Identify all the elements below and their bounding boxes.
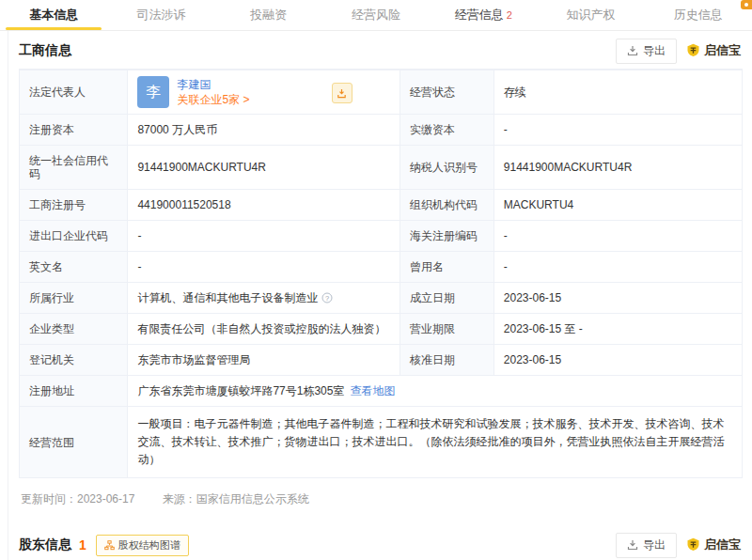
- field-label: 海关注册编码: [400, 220, 494, 251]
- field-label: 纳税人识别号: [400, 145, 494, 189]
- legal-rep-name-link[interactable]: 李建国: [177, 79, 249, 91]
- corner-notification-badge[interactable]: [741, 0, 752, 9]
- tab-investment[interactable]: 投融资: [215, 0, 322, 30]
- shareholders-title: 股东信息: [19, 537, 71, 553]
- export-icon: [627, 45, 638, 56]
- field-label: 注册资本: [20, 114, 127, 145]
- business-info-title: 工商信息: [19, 42, 71, 59]
- page-left-border: [8, 30, 8, 560]
- export-label: 导出: [643, 537, 666, 553]
- field-label: 核准日期: [400, 344, 494, 375]
- field-label: 经营状态: [400, 70, 494, 114]
- org-chart-icon: [104, 540, 115, 551]
- address-value: 广东省东莞市塘厦镇蛟坪路77号1栋305室: [137, 384, 344, 397]
- field-label: 所属行业: [20, 282, 127, 313]
- tab-count-badge: 2: [507, 9, 512, 21]
- field-label: 实缴资本: [400, 114, 494, 145]
- field-value: -: [127, 220, 400, 251]
- update-time: 更新时间：2023-06-17: [21, 492, 134, 506]
- export-button-shareholders[interactable]: 导出: [616, 533, 677, 558]
- top-tabbar: 基本信息 司法涉诉 投融资 经营风险 经营信息2 知识产权 历史信息: [0, 0, 752, 31]
- related-companies-link[interactable]: 关联企业5家 >: [177, 94, 249, 106]
- table-meta: 更新时间：2023-06-17 来源：国家信用信息公示系统: [0, 478, 752, 516]
- field-label: 成立日期: [400, 282, 494, 313]
- qixinbao-logo-text: 启信宝: [704, 42, 741, 59]
- tab-operating-info[interactable]: 经营信息2: [430, 0, 537, 30]
- equity-structure-label: 股权结构图谱: [118, 538, 180, 552]
- tab-basic-info[interactable]: 基本信息: [0, 0, 107, 30]
- field-value: -: [127, 251, 400, 282]
- shareholders-count: 1: [79, 537, 86, 552]
- field-label: 企业类型: [20, 313, 127, 344]
- field-label: 营业期限: [400, 313, 494, 344]
- field-value: 计算机、通信和其他电子设备制造业: [137, 291, 318, 304]
- field-value: 87000 万人民币: [127, 114, 400, 145]
- data-source: 来源：国家信用信息公示系统: [163, 492, 309, 506]
- shareholders-header: 股东信息 1 股权结构图谱 导出 启信宝: [0, 525, 752, 560]
- qixinbao-logo: 启信宝: [686, 42, 741, 59]
- field-value: 2023-06-15: [494, 282, 742, 313]
- field-value: 91441900MACKURTU4R: [127, 145, 400, 189]
- field-label: 登记机关: [20, 344, 127, 375]
- export-button[interactable]: 导出: [616, 39, 677, 64]
- business-info-header: 工商信息 导出 启信宝: [0, 31, 752, 69]
- industry-cell: 计算机、通信和其他电子设备制造业 ?: [127, 282, 400, 313]
- field-value: 2023-06-15 至 -: [494, 313, 742, 344]
- field-label: 工商注册号: [20, 189, 127, 220]
- tab-operating-info-label: 经营信息: [455, 8, 504, 22]
- view-map-link[interactable]: 查看地图: [350, 384, 395, 397]
- tab-operating-risk[interactable]: 经营风险: [322, 0, 430, 30]
- field-label: 组织机构代码: [400, 189, 494, 220]
- qixinbao-logo: 启信宝: [686, 537, 741, 553]
- field-label: 法定代表人: [20, 70, 127, 114]
- field-label: 统一社会信用代码: [20, 145, 127, 189]
- qixinbao-shield-icon: [686, 43, 700, 58]
- tab-history[interactable]: 历史信息: [645, 0, 752, 30]
- tab-intellectual-property[interactable]: 知识产权: [537, 0, 644, 30]
- field-value: -: [494, 220, 742, 251]
- field-label: 经营范围: [20, 406, 127, 477]
- field-value: 2023-06-15: [494, 344, 742, 375]
- svg-text:?: ?: [325, 294, 329, 303]
- field-label: 曾用名: [400, 251, 494, 282]
- field-label: 进出口企业代码: [20, 220, 127, 251]
- export-icon: [627, 539, 638, 551]
- field-value: 441900011520518: [127, 189, 400, 220]
- field-value: -: [494, 251, 742, 282]
- field-value: MACKURTU4: [494, 189, 742, 220]
- legal-rep-cell: 李 李建国 关联企业5家 >: [127, 70, 400, 114]
- export-label: 导出: [643, 43, 666, 59]
- address-cell: 广东省东莞市塘厦镇蛟坪路77号1栋305室 查看地图: [127, 375, 742, 406]
- field-value: 东莞市市场监督管理局: [127, 344, 400, 375]
- field-value: 存续: [494, 70, 742, 114]
- field-label: 注册地址: [20, 375, 127, 406]
- qixinbao-shield-icon: [686, 537, 700, 552]
- equity-structure-button[interactable]: 股权结构图谱: [96, 535, 189, 556]
- tab-judicial[interactable]: 司法涉诉: [107, 0, 214, 30]
- field-value: 91441900MACKURTU4R: [494, 145, 742, 189]
- legal-rep-avatar: 李: [137, 76, 169, 108]
- business-scope-value: 一般项目：电子元器件制造；其他电子器件制造；工程和技术研究和试验发展；技术服务、…: [127, 406, 742, 477]
- field-label: 英文名: [20, 251, 127, 282]
- relation-chart-button[interactable]: [332, 83, 352, 103]
- help-icon[interactable]: ?: [321, 292, 333, 303]
- qixinbao-logo-text: 启信宝: [704, 537, 741, 553]
- field-value: -: [494, 114, 742, 145]
- business-info-table: 法定代表人 李 李建国 关联企业5家 > 经营状态 存续 注册资本 87000 …: [19, 69, 743, 478]
- field-value: 有限责任公司（非自然人投资或控股的法人独资）: [127, 313, 400, 344]
